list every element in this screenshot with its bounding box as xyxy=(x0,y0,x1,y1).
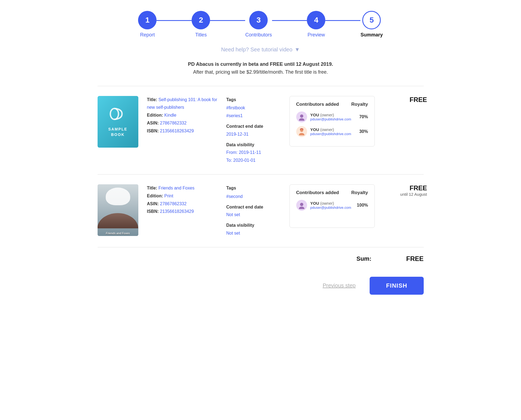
contributor-name-1-1: YOU (owner) xyxy=(310,113,351,117)
contract-end-label-2: Contract end date xyxy=(226,203,281,211)
asin-value-1: 27867862332 xyxy=(160,121,187,125)
price-cell-2: FREE until 12 August xyxy=(383,184,427,197)
step-5: 5 Summary xyxy=(360,11,383,38)
royalty-label-2: Royalty xyxy=(351,190,368,195)
contributors-box-1: Contributors added Royalty YOU (owner) p… xyxy=(289,96,375,147)
title-field-1: Title: Self-publishing 101: A book for n… xyxy=(147,96,218,112)
contributor-name-1-2: YOU (owner) xyxy=(310,127,351,132)
svg-point-1 xyxy=(300,114,303,118)
contributor-info-1-2: YOU (owner) pduser@publishdrive.com xyxy=(310,127,351,136)
previous-step-button[interactable]: Previous step xyxy=(316,278,362,293)
ff-text-overlay: Friends and Foxes xyxy=(98,232,138,235)
contract-end-value-2: Not set xyxy=(226,211,281,219)
book-row-2: Friends and Foxes Title: Friends and Fox… xyxy=(98,175,424,247)
contributors-header-1: Contributors added Royalty xyxy=(296,102,368,107)
step-4-circle: 4 xyxy=(307,11,325,29)
asin-field-2: ASIN: 27867862332 xyxy=(147,200,218,208)
contributor-row-2-1: YOU (owner) pduser@publishdrive.com 100% xyxy=(296,200,368,211)
tag-firstbook: #firstbook xyxy=(226,104,281,112)
step-line-3 xyxy=(272,20,307,21)
royalty-pct-1-1: 70% xyxy=(354,114,368,119)
edition-field-1: Edition: Kindle xyxy=(147,111,218,119)
contributor-email-2-1: pduser@publishdrive.com xyxy=(310,206,351,210)
stepper: 1 Report 2 Titles 3 Contributors 4 Previ… xyxy=(138,11,383,38)
pd-logo-icon xyxy=(108,107,127,124)
contributor-name-2-1: YOU (owner) xyxy=(310,201,351,206)
step-1-circle: 1 xyxy=(138,11,157,29)
step-4-label: Preview xyxy=(307,32,325,38)
info-section: PD Abacus is currently in beta and FREE … xyxy=(188,60,333,76)
finish-button[interactable]: FINISH xyxy=(370,277,423,295)
step-1-label: Report xyxy=(140,32,155,38)
contributor-row-1-1: YOU (owner) pduser@publishdrive.com 70% xyxy=(296,111,368,122)
edition-value-2: Print xyxy=(164,194,173,198)
sum-label: Sum: xyxy=(357,255,372,262)
info-line1: PD Abacus is currently in beta and FREE … xyxy=(188,61,333,67)
tags-section-2: Tags #second Contract end date Not set D… xyxy=(226,184,281,237)
svg-point-0 xyxy=(110,108,118,119)
book-info-1: Title: Self-publishing 101: A book for n… xyxy=(147,96,218,135)
contract-end-label-1: Contract end date xyxy=(226,123,281,130)
step-2-circle: 2 xyxy=(192,11,210,29)
asin-value-2: 27867862332 xyxy=(160,201,187,206)
step-5-circle: 5 xyxy=(362,11,381,29)
title-value-1: Self-publishing 101: A book for new self… xyxy=(147,97,217,110)
step-line-1 xyxy=(157,20,192,21)
contributors-header-2: Contributors added Royalty xyxy=(296,190,368,195)
svg-point-4 xyxy=(299,133,304,135)
contributor-email-1-2: pduser@publishdrive.com xyxy=(310,132,351,136)
price-sub-2: until 12 August xyxy=(383,192,427,197)
sample-label: SAMPLE xyxy=(108,127,127,131)
data-visibility-label-1: Data visibility xyxy=(226,141,281,149)
step-2-label: Titles xyxy=(195,32,207,38)
ff-book-cover: Friends and Foxes xyxy=(98,184,138,236)
step-4: 4 Preview xyxy=(307,11,325,38)
sum-row: Sum: FREE xyxy=(98,247,424,270)
contributors-label-2: Contributors added xyxy=(296,190,339,195)
price-value-1: FREE xyxy=(383,96,427,104)
tag-series1: #series1 xyxy=(226,112,281,120)
edition-field-2: Edition: Print xyxy=(147,192,218,200)
isbn-value-1: 21356618263429 xyxy=(160,129,194,133)
title-label-1: Title: xyxy=(147,97,157,102)
title-label-2: Title: xyxy=(147,186,157,190)
step-5-label: Summary xyxy=(360,32,383,38)
help-banner[interactable]: Need help? See tutorial video ▼ xyxy=(221,46,300,53)
contributors-label-1: Contributors added xyxy=(296,102,339,107)
tags-label-1: Tags xyxy=(226,96,281,104)
footer-buttons: Previous step FINISH xyxy=(98,277,424,295)
price-value-2: FREE xyxy=(383,184,427,192)
book-cover-1: SAMPLE BOOK xyxy=(98,96,138,148)
royalty-pct-1-2: 30% xyxy=(354,129,368,134)
isbn-field-1: ISBN: 21356618263429 xyxy=(147,127,218,135)
contributor-info-1-1: YOU (owner) pduser@publishdrive.com xyxy=(310,113,351,121)
isbn-label-2: ISBN: xyxy=(147,209,159,214)
edition-value-1: Kindle xyxy=(164,113,176,117)
sample-label-2: BOOK xyxy=(111,132,125,137)
asin-field-1: ASIN: 27867862332 xyxy=(147,119,218,127)
contributors-box-2: Contributors added Royalty YOU (owner) p… xyxy=(289,184,375,228)
royalty-label-1: Royalty xyxy=(351,102,368,107)
step-3-circle: 3 xyxy=(249,11,268,29)
book-info-2: Title: Friends and Foxes Edition: Print … xyxy=(147,184,218,216)
main-container: 1 Report 2 Titles 3 Contributors 4 Previ… xyxy=(98,11,424,295)
price-cell-1: FREE xyxy=(383,96,427,104)
svg-point-5 xyxy=(300,203,303,206)
step-2: 2 Titles xyxy=(192,11,210,38)
svg-point-2 xyxy=(299,118,304,121)
asin-label-1: ASIN: xyxy=(147,121,159,125)
title-field-2: Title: Friends and Foxes xyxy=(147,184,218,192)
step-line-4 xyxy=(325,20,360,21)
asin-label-2: ASIN: xyxy=(147,201,159,206)
help-text: Need help? See tutorial video xyxy=(221,46,292,53)
isbn-value-2: 21356618263429 xyxy=(160,209,194,214)
avatar-1-2 xyxy=(296,126,307,137)
data-visibility-from-1: From: 2019-11-11 xyxy=(226,149,281,157)
tags-section-1: Tags #firstbook #series1 Contract end da… xyxy=(226,96,281,164)
chevron-down-icon: ▼ xyxy=(295,46,300,53)
avatar-2-1 xyxy=(296,200,307,211)
tags-label-2: Tags xyxy=(226,184,281,192)
data-visibility-to-1: To: 2020-01-01 xyxy=(226,157,281,164)
isbn-field-2: ISBN: 21356618263429 xyxy=(147,208,218,216)
step-3-label: Contributors xyxy=(245,32,272,38)
